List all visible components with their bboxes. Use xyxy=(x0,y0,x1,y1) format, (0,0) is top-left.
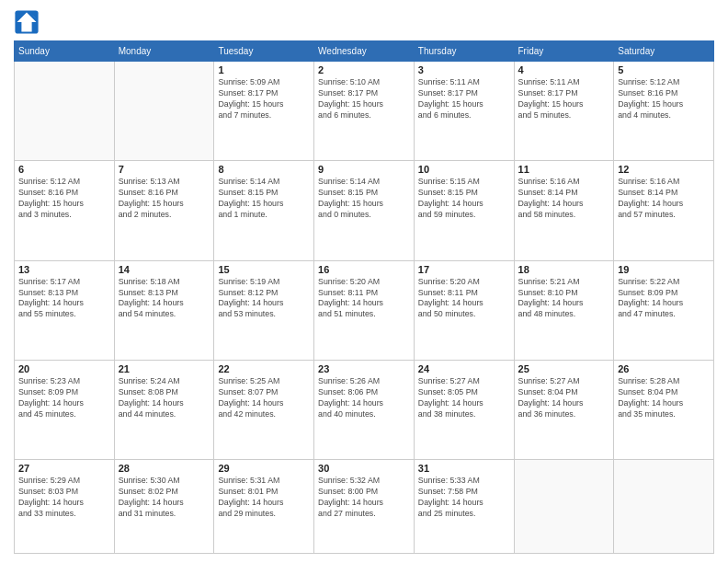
day-number: 22 xyxy=(218,363,310,374)
calendar-cell: 12Sunrise: 5:16 AM Sunset: 8:14 PM Dayli… xyxy=(614,161,714,260)
week-row-0: 1Sunrise: 5:09 AM Sunset: 8:17 PM Daylig… xyxy=(15,62,714,161)
day-number: 17 xyxy=(418,264,510,275)
day-number: 18 xyxy=(518,264,610,275)
calendar-table: SundayMondayTuesdayWednesdayThursdayFrid… xyxy=(14,40,714,554)
calendar-cell: 29Sunrise: 5:31 AM Sunset: 8:01 PM Dayli… xyxy=(214,460,314,554)
day-info: Sunrise: 5:11 AM Sunset: 8:17 PM Dayligh… xyxy=(518,77,610,121)
day-number: 11 xyxy=(518,164,610,175)
calendar-cell: 13Sunrise: 5:17 AM Sunset: 8:13 PM Dayli… xyxy=(15,260,115,360)
calendar-cell: 3Sunrise: 5:11 AM Sunset: 8:17 PM Daylig… xyxy=(414,62,514,161)
day-number: 2 xyxy=(318,64,410,75)
calendar-cell: 5Sunrise: 5:12 AM Sunset: 8:16 PM Daylig… xyxy=(614,62,714,161)
page: SundayMondayTuesdayWednesdayThursdayFrid… xyxy=(0,0,728,563)
day-info: Sunrise: 5:09 AM Sunset: 8:17 PM Dayligh… xyxy=(218,77,310,121)
day-number: 29 xyxy=(218,463,310,474)
weekday-header-sunday: Sunday xyxy=(15,41,115,62)
day-info: Sunrise: 5:27 AM Sunset: 8:05 PM Dayligh… xyxy=(418,376,510,420)
day-info: Sunrise: 5:14 AM Sunset: 8:15 PM Dayligh… xyxy=(318,177,410,221)
day-number: 25 xyxy=(518,363,610,374)
calendar-cell xyxy=(114,62,214,161)
day-info: Sunrise: 5:28 AM Sunset: 8:04 PM Dayligh… xyxy=(618,376,710,420)
calendar-cell: 31Sunrise: 5:33 AM Sunset: 7:58 PM Dayli… xyxy=(414,460,514,554)
day-number: 14 xyxy=(119,264,210,275)
day-info: Sunrise: 5:18 AM Sunset: 8:13 PM Dayligh… xyxy=(119,277,210,321)
calendar-cell xyxy=(614,460,714,554)
weekday-header-friday: Friday xyxy=(514,41,614,62)
day-number: 7 xyxy=(119,164,210,175)
weekday-header-wednesday: Wednesday xyxy=(314,41,415,62)
day-number: 19 xyxy=(618,264,710,275)
calendar-cell: 7Sunrise: 5:13 AM Sunset: 8:16 PM Daylig… xyxy=(114,161,214,260)
calendar-cell: 10Sunrise: 5:15 AM Sunset: 8:15 PM Dayli… xyxy=(414,161,514,260)
weekday-header-thursday: Thursday xyxy=(414,41,514,62)
day-number: 9 xyxy=(318,164,410,175)
day-info: Sunrise: 5:22 AM Sunset: 8:09 PM Dayligh… xyxy=(618,277,710,321)
day-number: 13 xyxy=(18,264,110,275)
calendar-cell: 30Sunrise: 5:32 AM Sunset: 8:00 PM Dayli… xyxy=(314,460,415,554)
calendar-cell: 23Sunrise: 5:26 AM Sunset: 8:06 PM Dayli… xyxy=(314,361,415,460)
calendar-cell: 6Sunrise: 5:12 AM Sunset: 8:16 PM Daylig… xyxy=(15,161,115,260)
calendar-cell: 8Sunrise: 5:14 AM Sunset: 8:15 PM Daylig… xyxy=(214,161,314,260)
day-info: Sunrise: 5:10 AM Sunset: 8:17 PM Dayligh… xyxy=(318,77,410,121)
day-number: 5 xyxy=(618,64,710,75)
calendar-cell: 27Sunrise: 5:29 AM Sunset: 8:03 PM Dayli… xyxy=(15,460,115,554)
calendar-cell: 18Sunrise: 5:21 AM Sunset: 8:10 PM Dayli… xyxy=(514,260,614,360)
day-number: 1 xyxy=(218,64,310,75)
day-number: 20 xyxy=(18,363,110,374)
day-info: Sunrise: 5:25 AM Sunset: 8:07 PM Dayligh… xyxy=(218,376,310,420)
logo xyxy=(14,9,43,35)
day-info: Sunrise: 5:19 AM Sunset: 8:12 PM Dayligh… xyxy=(218,277,310,321)
weekday-header-row: SundayMondayTuesdayWednesdayThursdayFrid… xyxy=(15,41,714,62)
day-info: Sunrise: 5:32 AM Sunset: 8:00 PM Dayligh… xyxy=(318,476,410,520)
calendar-cell: 24Sunrise: 5:27 AM Sunset: 8:05 PM Dayli… xyxy=(414,361,514,460)
day-number: 24 xyxy=(418,363,510,374)
day-info: Sunrise: 5:17 AM Sunset: 8:13 PM Dayligh… xyxy=(18,277,110,321)
day-number: 4 xyxy=(518,64,610,75)
day-info: Sunrise: 5:31 AM Sunset: 8:01 PM Dayligh… xyxy=(218,476,310,520)
day-info: Sunrise: 5:12 AM Sunset: 8:16 PM Dayligh… xyxy=(618,77,710,121)
day-number: 12 xyxy=(618,164,710,175)
day-number: 8 xyxy=(218,164,310,175)
day-info: Sunrise: 5:23 AM Sunset: 8:09 PM Dayligh… xyxy=(18,376,110,420)
day-number: 10 xyxy=(418,164,510,175)
calendar-cell: 17Sunrise: 5:20 AM Sunset: 8:11 PM Dayli… xyxy=(414,260,514,360)
calendar-cell: 15Sunrise: 5:19 AM Sunset: 8:12 PM Dayli… xyxy=(214,260,314,360)
calendar-cell: 25Sunrise: 5:27 AM Sunset: 8:04 PM Dayli… xyxy=(514,361,614,460)
calendar-cell: 19Sunrise: 5:22 AM Sunset: 8:09 PM Dayli… xyxy=(614,260,714,360)
calendar-cell: 22Sunrise: 5:25 AM Sunset: 8:07 PM Dayli… xyxy=(214,361,314,460)
calendar-cell: 28Sunrise: 5:30 AM Sunset: 8:02 PM Dayli… xyxy=(114,460,214,554)
day-number: 31 xyxy=(418,463,510,474)
week-row-3: 20Sunrise: 5:23 AM Sunset: 8:09 PM Dayli… xyxy=(15,361,714,460)
week-row-4: 27Sunrise: 5:29 AM Sunset: 8:03 PM Dayli… xyxy=(15,460,714,554)
day-number: 23 xyxy=(318,363,410,374)
calendar-cell: 2Sunrise: 5:10 AM Sunset: 8:17 PM Daylig… xyxy=(314,62,415,161)
calendar-cell xyxy=(514,460,614,554)
calendar-cell xyxy=(15,62,115,161)
calendar-cell: 21Sunrise: 5:24 AM Sunset: 8:08 PM Dayli… xyxy=(114,361,214,460)
calendar-cell: 9Sunrise: 5:14 AM Sunset: 8:15 PM Daylig… xyxy=(314,161,415,260)
weekday-header-monday: Monday xyxy=(114,41,214,62)
day-info: Sunrise: 5:27 AM Sunset: 8:04 PM Dayligh… xyxy=(518,376,610,420)
calendar-cell: 20Sunrise: 5:23 AM Sunset: 8:09 PM Dayli… xyxy=(15,361,115,460)
calendar-cell: 4Sunrise: 5:11 AM Sunset: 8:17 PM Daylig… xyxy=(514,62,614,161)
day-number: 6 xyxy=(18,164,110,175)
day-number: 16 xyxy=(318,264,410,275)
day-info: Sunrise: 5:24 AM Sunset: 8:08 PM Dayligh… xyxy=(119,376,210,420)
calendar-cell: 16Sunrise: 5:20 AM Sunset: 8:11 PM Dayli… xyxy=(314,260,415,360)
calendar-cell: 1Sunrise: 5:09 AM Sunset: 8:17 PM Daylig… xyxy=(214,62,314,161)
day-number: 15 xyxy=(218,264,310,275)
weekday-header-saturday: Saturday xyxy=(614,41,714,62)
day-number: 30 xyxy=(318,463,410,474)
day-info: Sunrise: 5:12 AM Sunset: 8:16 PM Dayligh… xyxy=(18,177,110,221)
logo-icon xyxy=(14,9,40,35)
day-info: Sunrise: 5:14 AM Sunset: 8:15 PM Dayligh… xyxy=(218,177,310,221)
day-number: 21 xyxy=(119,363,210,374)
day-info: Sunrise: 5:16 AM Sunset: 8:14 PM Dayligh… xyxy=(518,177,610,221)
header xyxy=(14,9,714,35)
calendar-cell: 11Sunrise: 5:16 AM Sunset: 8:14 PM Dayli… xyxy=(514,161,614,260)
day-number: 3 xyxy=(418,64,510,75)
day-info: Sunrise: 5:15 AM Sunset: 8:15 PM Dayligh… xyxy=(418,177,510,221)
day-number: 27 xyxy=(18,463,110,474)
day-info: Sunrise: 5:20 AM Sunset: 8:11 PM Dayligh… xyxy=(318,277,410,321)
day-info: Sunrise: 5:20 AM Sunset: 8:11 PM Dayligh… xyxy=(418,277,510,321)
